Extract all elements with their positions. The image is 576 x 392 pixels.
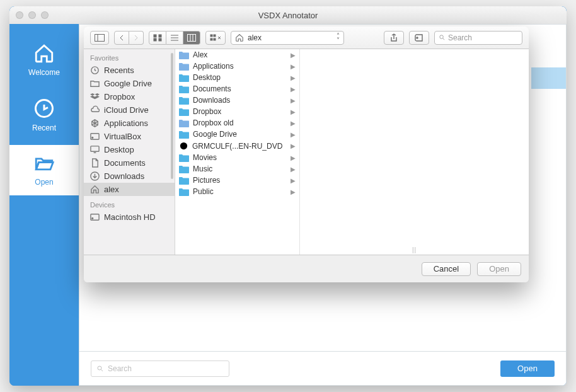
chevron-right-icon: ▶ <box>291 63 296 70</box>
finder-sidebar-item[interactable]: iCloud Drive <box>84 103 175 117</box>
path-dropdown[interactable]: alex ˄˅ <box>231 31 344 45</box>
chevron-right-icon: ▶ <box>291 120 296 127</box>
column-0[interactable]: Alex▶Applications▶Desktop▶Documents▶Down… <box>175 49 300 255</box>
column-item[interactable]: Google Drive▶ <box>175 129 299 140</box>
house-icon <box>235 33 244 42</box>
app-search-input[interactable]: Search <box>91 360 229 377</box>
forward-button[interactable] <box>129 31 144 45</box>
column-item[interactable]: Applications▶ <box>175 61 299 72</box>
chevron-left-icon <box>118 35 125 41</box>
column-item-label: Desktop <box>193 73 221 82</box>
sidebar-item-open[interactable]: Open <box>9 145 79 195</box>
sidebar-item-label: Welcome <box>28 68 60 77</box>
finder-sidebar-item[interactable]: Downloads <box>84 170 175 183</box>
column-item[interactable]: Downloads▶ <box>175 95 299 106</box>
folder-open-icon <box>31 153 57 174</box>
svg-rect-6 <box>154 38 156 41</box>
grid-icon <box>153 34 162 42</box>
finder-sidebar-item[interactable]: VirtualBox <box>84 130 175 143</box>
chevron-right-icon: ▶ <box>291 142 296 149</box>
tags-button[interactable] <box>409 31 429 45</box>
column-item-label: Documents <box>193 84 231 93</box>
column-item[interactable]: Pictures▶ <box>175 175 299 186</box>
sidebar-toggle-group <box>90 31 109 45</box>
finder-sidebar-item-label: Dropbox <box>104 92 135 101</box>
search-icon <box>96 365 104 372</box>
app-open-button[interactable]: Open <box>500 360 555 377</box>
column-item[interactable]: Music▶ <box>175 163 299 175</box>
sidebar-section-header: Devices <box>84 196 175 210</box>
clock-icon <box>33 97 55 120</box>
column-1[interactable]: || <box>300 49 529 255</box>
arrange-icon <box>210 34 221 42</box>
dialog-body: FavoritesRecentsGoogle DriveDropboxiClou… <box>84 49 529 255</box>
chevron-right-icon <box>133 35 139 41</box>
app-search-placeholder: Search <box>108 364 132 373</box>
sidebar-item-label: Recent <box>32 124 56 132</box>
finder-sidebar-item[interactable]: Recents <box>84 64 175 77</box>
finder-sidebar-item[interactable]: Dropbox <box>84 90 175 103</box>
sidebar-item-label: Open <box>35 178 53 187</box>
finder-sidebar-item[interactable]: Google Drive <box>84 77 175 90</box>
column-item-label: Applications <box>193 62 234 71</box>
finder-sidebar-item[interactable]: Macintosh HD <box>84 210 175 224</box>
chevron-updown-icon: ˄˅ <box>337 33 340 42</box>
icon-view-button[interactable] <box>149 31 166 45</box>
svg-rect-17 <box>214 38 216 40</box>
column-view-button[interactable] <box>183 31 200 45</box>
nav-buttons <box>114 31 144 45</box>
finder-sidebar-item[interactable]: Applications <box>84 117 175 130</box>
column-item-label: Music <box>193 164 212 173</box>
chevron-right-icon: ▶ <box>291 74 296 81</box>
svg-point-1 <box>98 366 101 370</box>
sidebar-item-welcome[interactable]: Welcome <box>9 35 79 86</box>
svg-rect-15 <box>214 35 216 37</box>
column-item[interactable]: Public▶ <box>175 186 299 197</box>
svg-rect-11 <box>188 34 196 41</box>
column-item-label: Downloads <box>193 96 230 105</box>
chevron-right-icon: ▶ <box>291 177 296 184</box>
app-sidebar: Welcome Recent Open <box>9 24 79 386</box>
svg-rect-16 <box>210 38 212 40</box>
svg-rect-5 <box>159 35 161 37</box>
sidebar-item-recent[interactable]: Recent <box>9 89 79 141</box>
bg-selection-ribbon <box>531 67 566 89</box>
column-item[interactable]: GRMCULF(...EN-RU_DVD▶ <box>175 140 299 152</box>
share-button[interactable] <box>384 31 404 45</box>
open-button[interactable]: Open <box>477 262 521 276</box>
svg-rect-2 <box>95 34 105 41</box>
svg-point-22 <box>92 137 93 138</box>
finder-sidebar-item[interactable]: Desktop <box>84 143 175 156</box>
list-view-button[interactable] <box>166 31 183 45</box>
share-icon <box>390 33 398 42</box>
path-label: alex <box>248 33 262 42</box>
column-item[interactable]: Documents▶ <box>175 83 299 95</box>
sidebar-section-header: Favorites <box>84 49 175 64</box>
column-item[interactable]: Desktop▶ <box>175 72 299 83</box>
column-item-label: Movies <box>193 153 217 162</box>
dialog-footer: Cancel Open <box>84 255 529 282</box>
arrange-group <box>205 31 226 45</box>
chevron-right-icon: ▶ <box>291 188 296 195</box>
dialog-search-input[interactable]: Search <box>434 31 522 45</box>
column-item[interactable]: Alex▶ <box>175 49 299 61</box>
column-item[interactable]: Dropbox old▶ <box>175 117 299 129</box>
columns-icon <box>187 34 196 42</box>
chevron-right-icon: ▶ <box>291 154 296 161</box>
finder-sidebar-item-label: Recents <box>104 66 134 75</box>
column-resize-handle[interactable]: || <box>412 246 417 253</box>
column-item-label: Dropbox <box>193 107 221 116</box>
sidebar-toggle-button[interactable] <box>90 31 109 45</box>
finder-sidebar[interactable]: FavoritesRecentsGoogle DriveDropboxiClou… <box>84 49 175 255</box>
back-button[interactable] <box>114 31 129 45</box>
arrange-button[interactable] <box>205 31 226 45</box>
finder-sidebar-item[interactable]: alex <box>84 183 175 196</box>
column-item[interactable]: Dropbox▶ <box>175 106 299 117</box>
house-icon <box>32 43 56 64</box>
file-open-dialog: alex ˄˅ Search FavoritesRecentsGoogle Dr… <box>84 26 529 282</box>
column-item[interactable]: Movies▶ <box>175 152 299 163</box>
finder-sidebar-item-label: Downloads <box>104 171 144 181</box>
column-item-label: Alex <box>193 50 207 59</box>
finder-sidebar-item[interactable]: Documents <box>84 156 175 170</box>
cancel-button[interactable]: Cancel <box>422 262 471 276</box>
